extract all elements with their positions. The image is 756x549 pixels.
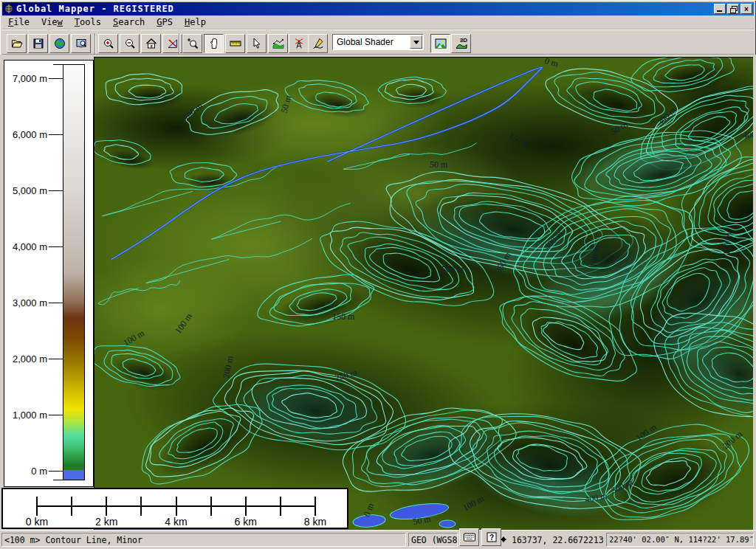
- minimize-icon: [717, 10, 722, 12]
- select-tool-button[interactable]: [247, 34, 267, 53]
- status-projection: GEO (WGS84: [408, 533, 458, 547]
- legend-tick-label: 0 m: [31, 466, 47, 477]
- contour-label: 50 m: [430, 159, 448, 170]
- menu-gps[interactable]: GPS: [151, 15, 179, 29]
- toolbar-separator: [94, 33, 96, 54]
- map-view[interactable]: 100 m50 m0 m50 m150 m300 m50 m400500 m35…: [94, 57, 753, 530]
- legend-tick: [49, 78, 63, 79]
- sea-level-band: [63, 470, 84, 480]
- globe-icon: [54, 38, 66, 49]
- legend-tick-label: 5,000 m: [13, 185, 47, 196]
- scale-tick: [36, 497, 38, 516]
- lake: [439, 520, 456, 528]
- legend-tick: [49, 415, 63, 415]
- dropdown-arrow-button[interactable]: [410, 35, 422, 49]
- scale-tick: [140, 497, 142, 516]
- zoom-out-icon: [124, 38, 136, 49]
- menu-help[interactable]: Help: [179, 15, 212, 29]
- status-message: <100 m> Contour Line, Minor: [1, 533, 406, 547]
- legend-tick-label: 7,000 m: [13, 73, 47, 84]
- menubar: FileViewToolsSearchGPSHelp: [2, 15, 754, 30]
- elevation-colorbar: [63, 64, 85, 480]
- statusbar: <100 m> Contour Line, Minor GEO (WGS84 ?…: [0, 530, 756, 549]
- capture-screen-button[interactable]: [71, 34, 91, 53]
- close-button[interactable]: ×: [740, 4, 752, 14]
- contour-label: 100 m: [721, 232, 734, 255]
- restore-button[interactable]: [727, 4, 739, 14]
- window-controls: ×: [714, 4, 754, 14]
- scale-label: 0 km: [26, 516, 48, 528]
- contour-label: 400: [743, 130, 753, 140]
- scale-tick: [210, 497, 212, 516]
- legend-tick-label: 4,000 m: [13, 241, 47, 252]
- scale-tick: [176, 497, 177, 516]
- status-coords-latlon: 22?40' 02.00″ N, 114?22' 17.89″ E: [606, 533, 754, 547]
- contour-label: 500 m: [441, 264, 464, 274]
- legend-tick: [49, 246, 63, 247]
- save-button[interactable]: [28, 34, 48, 53]
- menu-view[interactable]: View: [35, 15, 69, 29]
- elevation-legend: 7,000 m6,000 m5,000 m4,000 m3,000 m2,000…: [4, 60, 94, 487]
- legend-tick-label: 2,000 m: [13, 353, 47, 365]
- svg-text:?: ?: [489, 534, 493, 542]
- shader-dropdown[interactable]: Global Shader: [332, 34, 424, 50]
- pan-tool-button[interactable]: [204, 34, 224, 53]
- status-coords-xy: 163737, 22.66722137 ): [509, 533, 604, 547]
- path-profile-button[interactable]: [268, 34, 288, 53]
- legend-tick: [49, 190, 63, 191]
- coordinate-entry-button[interactable]: [459, 528, 479, 546]
- titlebar: Global Mapper - REGISTERED ×: [2, 2, 754, 15]
- arrow-cursor-icon: [251, 38, 263, 49]
- restore-icon: [730, 6, 736, 12]
- ruler-icon: [230, 38, 241, 49]
- 3d-view-button[interactable]: 3D: [451, 34, 471, 53]
- zoom-out-button[interactable]: [120, 34, 140, 53]
- contour-label: 150 m: [332, 311, 355, 322]
- menu-tools[interactable]: Tools: [69, 15, 107, 29]
- global-mapper-window: Global Mapper - REGISTERED × FileViewToo…: [0, 0, 756, 549]
- scale-label: 4 km: [165, 516, 187, 528]
- scale-label: 2 km: [95, 516, 117, 528]
- triangle-ruler-pencil-icon: [167, 38, 179, 49]
- scale-tick: [280, 497, 281, 516]
- scale-tick: [106, 497, 107, 516]
- shader-dropdown-value: Global Shader: [337, 37, 394, 47]
- legend-tick-label: 3,000 m: [13, 297, 47, 308]
- view-shed-button[interactable]: [289, 34, 309, 53]
- hand-icon: [208, 38, 220, 49]
- scale-tick: [71, 497, 72, 516]
- minimize-button[interactable]: [714, 4, 726, 14]
- toolbar: Global Shader 3D: [2, 30, 754, 55]
- measure-tool-button[interactable]: [225, 34, 245, 53]
- scale-tick: [315, 497, 316, 516]
- scale-label: 6 km: [235, 516, 257, 528]
- digitizer-button[interactable]: [308, 34, 328, 53]
- scale-bar: 0 km2 km4 km6 km8 km: [1, 488, 348, 529]
- toolbar-separator: [179, 33, 180, 54]
- path-profile-icon: [272, 38, 284, 49]
- pencil-icon: [312, 38, 324, 49]
- legend-tick: [49, 471, 63, 472]
- scale-label: 8 km: [304, 516, 326, 528]
- window-title: Global Mapper - REGISTERED: [16, 4, 174, 14]
- spinner-down-icon: [501, 539, 506, 545]
- image-display-button[interactable]: [430, 34, 450, 53]
- legend-cap: [53, 64, 63, 65]
- menu-search[interactable]: Search: [107, 15, 151, 29]
- zoom-tool-button[interactable]: [182, 34, 202, 53]
- content-area: 100 m50 m0 m50 m150 m300 m50 m400500 m35…: [0, 55, 756, 530]
- overlay-control-center-button[interactable]: [49, 34, 69, 53]
- help-icon: ?: [487, 532, 497, 542]
- legend-tick: [49, 134, 63, 135]
- legend-tick: [49, 359, 63, 359]
- menu-file[interactable]: File: [2, 15, 35, 29]
- status-spinner[interactable]: [499, 532, 508, 547]
- help-button[interactable]: ?: [481, 528, 501, 546]
- full-view-button[interactable]: [141, 34, 161, 53]
- view-shed-icon: [293, 38, 305, 49]
- legend-tick-label: 1,000 m: [13, 410, 47, 421]
- open-file-button[interactable]: [7, 34, 27, 53]
- zoom-in-button[interactable]: [98, 34, 118, 53]
- floppy-icon: [32, 38, 44, 49]
- legend-tick: [49, 303, 63, 303]
